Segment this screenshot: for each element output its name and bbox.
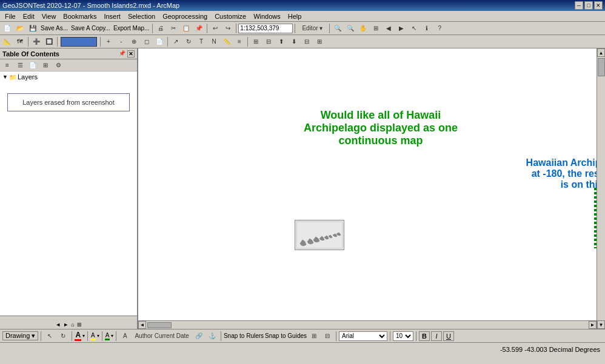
toc-scroll-right[interactable]: ►	[63, 322, 69, 328]
menu-geoprocessing[interactable]: Geoprocessing	[159, 12, 211, 21]
minimize-button[interactable]: ─	[575, 1, 583, 10]
vscroll-down[interactable]: ▼	[597, 320, 605, 329]
expand-icon[interactable]: ▼	[2, 74, 8, 80]
help-button[interactable]: ?	[433, 23, 446, 34]
scale-input[interactable]	[238, 24, 293, 33]
insert-text-button[interactable]: T	[195, 36, 207, 47]
insert-scalebar[interactable]: 📏	[221, 36, 233, 47]
toc-source-view[interactable]: 📄	[27, 60, 39, 71]
print-button[interactable]: 🖨	[155, 23, 167, 34]
layout-zoom-out[interactable]: -	[115, 36, 127, 47]
pan-button[interactable]: ✋	[357, 23, 369, 34]
layout-view-button[interactable]: 📐	[1, 36, 13, 47]
menu-view[interactable]: View	[38, 12, 60, 21]
hyperlink-button[interactable]: ⚓	[206, 331, 218, 342]
menu-help[interactable]: Help	[284, 12, 306, 21]
toc-close-button[interactable]: ✕	[127, 50, 135, 58]
font-size-selector[interactable]: 10 8 12 14	[393, 331, 413, 341]
save-button[interactable]: 💾	[27, 23, 39, 34]
layout-zoom-in[interactable]: +	[102, 36, 115, 47]
menu-insert[interactable]: Insert	[100, 12, 124, 21]
drawing-dropdown[interactable]: Drawing ▾	[2, 331, 38, 340]
add-data-button[interactable]: ➕	[30, 36, 42, 47]
draw-rotate[interactable]: ↻	[57, 331, 69, 342]
color-swatch[interactable]	[61, 37, 97, 47]
shadow-button[interactable]: A	[119, 331, 131, 342]
link-button[interactable]: 🔗	[193, 331, 205, 342]
editor-button[interactable]: Editor ▾	[297, 23, 327, 34]
hscroll-thumb[interactable]	[147, 322, 172, 328]
toc-end[interactable]: ⊞	[77, 322, 82, 328]
line-color-icon[interactable]: A	[105, 332, 110, 340]
font-selector[interactable]: Arial Times New Roman	[339, 331, 387, 341]
undo-button[interactable]: ↩	[209, 23, 221, 34]
insert-north-arrow[interactable]: N	[208, 36, 220, 47]
menu-customize[interactable]: Customize	[211, 12, 250, 21]
select-button[interactable]: ↖	[408, 23, 420, 34]
toc-pin-button[interactable]: 📌	[119, 50, 126, 58]
ungroup-button[interactable]: ⊟	[262, 36, 275, 47]
menu-bookmarks[interactable]: Bookmarks	[59, 12, 100, 21]
select-elements[interactable]: ↗	[170, 36, 182, 47]
toc-details-view[interactable]: ☰	[14, 60, 26, 71]
save-copy-button[interactable]: Save A Copy...	[70, 25, 112, 31]
open-button[interactable]: 📂	[14, 23, 26, 34]
fill-color-dropdown[interactable]: ▾	[97, 333, 99, 339]
font-color-dropdown[interactable]: ▾	[82, 333, 85, 339]
select-layer-button[interactable]: 🔲	[43, 36, 55, 47]
author-date-button[interactable]: Author Current Date	[132, 331, 192, 342]
menu-windows[interactable]: Windows	[250, 12, 284, 21]
data-view-button[interactable]: 🗺	[14, 36, 26, 47]
vscroll-up[interactable]: ▲	[597, 48, 605, 57]
snap-to-rulers-label[interactable]: Snap to Rulers	[224, 333, 264, 339]
line-color-dropdown[interactable]: ▾	[111, 333, 113, 339]
toc-options-button[interactable]: ⚙	[52, 60, 64, 71]
close-button[interactable]: ✕	[594, 1, 603, 10]
bring-forward[interactable]: ⬆	[275, 36, 287, 47]
hscroll-right[interactable]: ►	[589, 321, 597, 329]
export-map-button[interactable]: Export Map...	[112, 25, 150, 31]
toc-resize-handle[interactable]	[0, 316, 137, 320]
zoom-in-button[interactable]: 🔍	[332, 23, 344, 34]
draw-cursor[interactable]: ↖	[44, 331, 56, 342]
menu-file[interactable]: File	[1, 12, 19, 21]
layout-page[interactable]: 📄	[153, 36, 165, 47]
insert-legend[interactable]: ≡	[233, 36, 246, 47]
save-as-button[interactable]: Save As...	[39, 25, 69, 31]
menu-selection[interactable]: Selection	[124, 12, 159, 21]
hscroll-left[interactable]: ◄	[138, 321, 146, 329]
fill-color-icon[interactable]: A	[90, 332, 96, 340]
toc-list-view[interactable]: ≡	[1, 60, 13, 71]
maximize-button[interactable]: □	[584, 1, 593, 10]
hscroll-track[interactable]	[146, 322, 589, 329]
toc-home[interactable]: ⌂	[71, 322, 74, 328]
vscroll-thumb[interactable]	[598, 58, 605, 76]
map-area[interactable]: Would like all of Hawaii Archipelago dis…	[138, 48, 605, 329]
bold-button[interactable]: B	[419, 331, 430, 341]
layout-pan[interactable]: ⊕	[128, 36, 140, 47]
new-button[interactable]: 📄	[1, 23, 13, 34]
back-button[interactable]: ◀	[383, 23, 395, 34]
layout-full[interactable]: ◻	[141, 36, 153, 47]
full-extent-button[interactable]: ⊞	[370, 23, 382, 34]
snap-settings[interactable]: ⊞	[308, 331, 320, 342]
align-button[interactable]: ⊟	[301, 36, 313, 47]
group-button[interactable]: ⊞	[250, 36, 262, 47]
identify-button[interactable]: ℹ	[421, 23, 433, 34]
snap-to-guides-label[interactable]: Snap to Guides	[265, 333, 307, 339]
menu-edit[interactable]: Edit	[19, 12, 38, 21]
redo-button[interactable]: ↪	[222, 23, 234, 34]
rotate-button[interactable]: ↻	[182, 36, 195, 47]
zoom-out-button[interactable]: 🔍	[344, 23, 356, 34]
paste-button[interactable]: 📌	[193, 23, 205, 34]
snap-settings2[interactable]: ⊟	[321, 331, 333, 342]
vscroll-track[interactable]	[597, 57, 605, 320]
font-color-icon[interactable]: A	[75, 331, 81, 341]
copy-button[interactable]: 📋	[180, 23, 192, 34]
toc-arrange-view[interactable]: ⊞	[39, 60, 52, 71]
send-backward[interactable]: ⬇	[288, 36, 300, 47]
toc-scroll-left[interactable]: ◄	[55, 322, 61, 328]
distribute-button[interactable]: ⊞	[313, 36, 326, 47]
cut-button[interactable]: ✂	[167, 23, 179, 34]
forward-button[interactable]: ▶	[395, 23, 407, 34]
